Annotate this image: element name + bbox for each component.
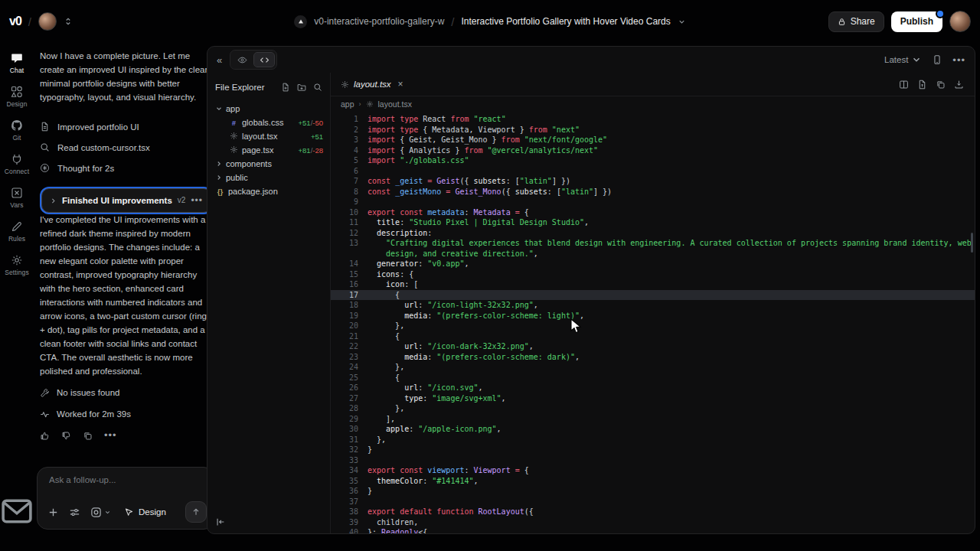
version-card-title: Finished UI improvements	[62, 194, 172, 207]
tab-layout-tsx[interactable]: layout.tsx ×	[331, 73, 413, 96]
user-avatar[interactable]	[949, 11, 971, 32]
tree-file-globals-css[interactable]: #globals.css+51/-50	[207, 116, 330, 129]
version-card[interactable]: Finished UI improvements v2 •••	[41, 188, 211, 213]
rules-icon	[11, 220, 23, 233]
code-line: 5import "./globals.css"	[331, 155, 975, 166]
attach-plus-icon[interactable]	[47, 507, 59, 518]
breadcrumb-folder[interactable]: app	[341, 99, 354, 109]
task-thought-for-2s[interactable]: Thought for 2s	[40, 158, 213, 178]
mail-icon[interactable]	[0, 494, 34, 528]
breadcrumb-chat-title[interactable]: Interactive Portfolio Gallery with Hover…	[462, 16, 671, 27]
breadcrumb-divider: /	[451, 15, 454, 28]
design-mode-button[interactable]: Design	[124, 505, 166, 519]
code-text: import { Geist, Geist_Mono } from "next/…	[368, 135, 607, 145]
scrollbar-thumb[interactable]	[971, 233, 973, 253]
code-text: title: "Studio Pixel | Digital Design St…	[368, 217, 589, 228]
thumbs-up-icon[interactable]	[40, 431, 50, 441]
rail-item-connect[interactable]: Connect	[5, 153, 29, 175]
model-selector[interactable]	[90, 507, 111, 518]
send-button[interactable]	[185, 501, 207, 523]
diff-stats: +51/-50	[299, 119, 324, 127]
code-text: import { Analytics } from "@vercel/analy…	[368, 145, 598, 156]
tree-file-page-tsx[interactable]: page.tsx+81/-28	[207, 143, 330, 157]
rail-item-git[interactable]: Git	[5, 119, 29, 142]
new-file-icon[interactable]	[281, 83, 290, 92]
rail-item-chat[interactable]: Chat	[5, 52, 29, 74]
tree-folder-app[interactable]: app	[207, 102, 330, 116]
code-panel: « Latest ••• File Explorer app#g	[207, 46, 975, 534]
preview-eye-icon[interactable]	[232, 53, 252, 67]
code-line: 40}: Readonly<{	[331, 527, 975, 533]
followup-composer[interactable]: Design	[37, 467, 214, 530]
file-icon	[40, 122, 50, 132]
version-selector[interactable]: Latest	[884, 54, 922, 65]
breadcrumb-project[interactable]: v0-interactive-portfolio-gallery-w	[314, 16, 444, 27]
chevron-down-icon[interactable]	[678, 18, 686, 26]
tab-close-icon[interactable]: ×	[398, 79, 403, 90]
code-line: 1import type React from "react"	[331, 114, 975, 125]
v0-logo[interactable]: v0	[9, 15, 21, 28]
code-text: children,	[368, 517, 418, 528]
line-number: 33	[331, 455, 368, 466]
copy-file-icon[interactable]	[936, 80, 946, 90]
code-editor[interactable]: 1import type React from "react"2import t…	[331, 112, 975, 533]
arrow-up-icon	[191, 507, 201, 517]
issues-status-label: No issues found	[57, 386, 119, 399]
line-number: 5	[331, 155, 368, 166]
code-text: description:	[368, 228, 432, 239]
split-editor-icon[interactable]	[899, 80, 909, 90]
tsx-file-icon	[366, 100, 374, 108]
code-view-icon[interactable]	[253, 52, 275, 67]
code-line: 12 description:	[331, 228, 975, 239]
code-text: },	[368, 435, 386, 445]
worked-status: Worked for 2m 39s	[40, 407, 213, 421]
task-improved-portfolio-ui[interactable]: Improved portfolio UI	[40, 116, 213, 137]
task-read-custom-cursor-tsx[interactable]: Read custom-cursor.tsx	[40, 137, 213, 158]
line-number: 26	[331, 383, 368, 393]
share-button[interactable]: Share	[828, 11, 884, 32]
wrench-icon	[40, 388, 50, 398]
rail-item-vars[interactable]: Vars	[5, 187, 29, 209]
code-line: 31 },	[331, 435, 975, 445]
code-text: }	[368, 486, 372, 497]
line-number: 40	[331, 527, 368, 533]
rail-item-design[interactable]: Design	[5, 86, 29, 108]
tree-file-package-json[interactable]: {}package.json	[207, 184, 330, 198]
code-text: apple: "/apple-icon.png",	[368, 424, 501, 435]
workspace-avatar[interactable]	[38, 12, 57, 31]
download-icon[interactable]	[954, 80, 964, 90]
rail-item-settings[interactable]: Settings	[5, 254, 29, 276]
code-line: 14 generator: "v0.app",	[331, 259, 975, 269]
new-folder-icon[interactable]	[297, 83, 306, 92]
thumbs-down-icon[interactable]	[61, 431, 71, 441]
tree-folder-public[interactable]: public	[207, 171, 330, 184]
chevron-down-icon	[911, 54, 922, 65]
version-card-menu[interactable]: •••	[191, 194, 203, 207]
more-actions-icon[interactable]: •••	[104, 429, 117, 442]
settings-sliders-icon[interactable]	[69, 507, 80, 518]
line-number: 32	[331, 445, 368, 455]
tree-item-label: package.json	[228, 187, 278, 196]
followup-input[interactable]	[47, 474, 204, 485]
panel-menu-icon[interactable]: •••	[952, 54, 965, 66]
collapse-panel-icon[interactable]: «	[217, 54, 222, 66]
tree-folder-components[interactable]: components	[207, 157, 330, 171]
line-number: 12	[331, 228, 368, 239]
code-text: }	[368, 445, 372, 455]
rail-item-rules[interactable]: Rules	[5, 220, 29, 243]
line-number: 22	[331, 341, 368, 352]
line-number: 29	[331, 414, 368, 425]
publish-button[interactable]: Publish	[891, 11, 942, 32]
breadcrumb-file[interactable]: layout.tsx	[378, 99, 412, 109]
code-line: 26 url: "/icon.svg",	[331, 383, 975, 393]
copy-icon[interactable]	[83, 431, 93, 441]
code-column: layout.tsx × app › layout.tsx 1import ty…	[331, 73, 975, 533]
workspace-switcher-icon[interactable]	[64, 17, 73, 26]
tree-file-layout-tsx[interactable]: layout.tsx+51	[207, 129, 330, 143]
code-line: 33	[331, 455, 975, 466]
open-file-icon[interactable]	[917, 80, 927, 90]
device-preview-icon[interactable]	[932, 54, 942, 65]
collapse-explorer-icon[interactable]	[215, 517, 226, 527]
version-selector-label: Latest	[884, 55, 908, 64]
search-files-icon[interactable]	[313, 83, 322, 92]
